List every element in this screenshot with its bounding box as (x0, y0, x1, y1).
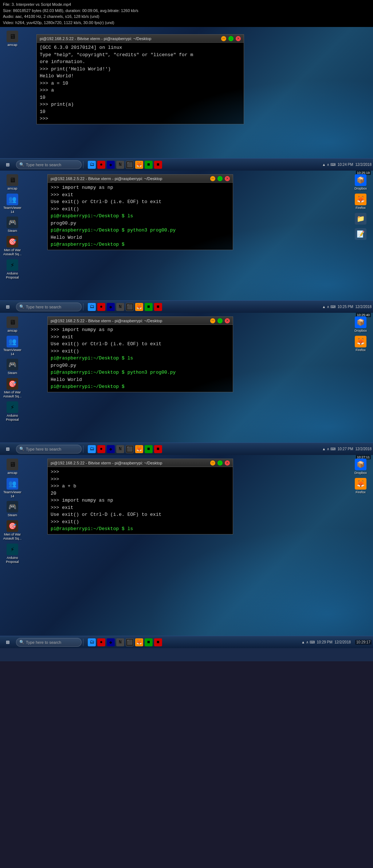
start-button-f5[interactable]: ⊞ (1, 636, 14, 649)
terminal-titlebar-f2: pi@192.168.2.5:22 - Bitvise xterm - pi@r… (48, 175, 233, 183)
search-bar-f5[interactable]: 🔍 Type here to search (16, 638, 82, 647)
minimize-btn-f2[interactable]: ─ (210, 176, 215, 181)
close-btn-f3[interactable]: ✕ (225, 318, 230, 323)
taskbar-app3-f4[interactable]: ◆ (107, 445, 115, 453)
taskbar-app5-f2[interactable]: ⬛ (126, 161, 134, 169)
close-btn-f4[interactable]: ✕ (225, 460, 230, 466)
terminal-buttons-f3: ─ □ ✕ (210, 318, 230, 323)
taskbar-app6-f4[interactable]: 🦊 (135, 445, 143, 453)
icon-teamviewer-f3[interactable]: 👥 TeamViewer 14 (3, 336, 22, 356)
taskbar-app7-f3[interactable]: ■ (145, 303, 153, 311)
minimize-btn-f1[interactable]: ─ (221, 36, 226, 41)
icon-firefox-f3[interactable]: 🦊 Firefox (351, 336, 370, 352)
icon-file2-f2[interactable]: 📝 (351, 228, 370, 241)
icon-teamviewer-f2[interactable]: 👥 TeamViewer 14 (3, 194, 22, 214)
taskbar-app3-f5[interactable]: ◆ (107, 638, 115, 646)
icon-dropbox-f2[interactable]: 📦 Dropbox (351, 174, 370, 191)
icon-file1-f2[interactable]: 📁 (351, 213, 370, 225)
maximize-btn-f4[interactable]: □ (217, 460, 223, 466)
close-btn-f2[interactable]: ✕ (225, 176, 230, 181)
taskbar-app7-f4[interactable]: ■ (145, 445, 153, 453)
frame-1: 🖥 amcap pi@192.168.2.5:22 - Bitvise xter… (0, 27, 373, 158)
taskbar-app8-f4[interactable]: ■ (154, 445, 162, 453)
minimize-btn-f3[interactable]: ─ (210, 318, 215, 323)
terminal-content-f4: >>> >>> >>> a + b 20 >>> import numpy as… (48, 467, 233, 534)
taskbar-app8-f2[interactable]: ■ (154, 161, 162, 169)
icon-firefox-f2[interactable]: 🦊 Firefox (351, 194, 370, 210)
minimize-btn-f4[interactable]: ─ (210, 460, 215, 466)
icon-amcap-f4[interactable]: 🖥 amcap (3, 459, 22, 475)
taskbar-app2-f4[interactable]: ● (97, 445, 105, 453)
desktop-icons-right-f4: 📦 Dropbox 🦊 Firefox (351, 459, 370, 494)
desktop-icons-right-f2: 📦 Dropbox 🦊 Firefox 📁 📝 (351, 174, 370, 241)
file-info-line3: Audio: aac, 44100 Hz, 2 channels, s16, 1… (3, 13, 370, 20)
file-info-line2: Size: 86018527 bytes (82.03 MiB), durati… (3, 8, 370, 14)
close-btn-f1[interactable]: ✕ (236, 36, 241, 41)
taskbar-f5[interactable]: ⊞ 🔍 Type here to search 🗂 ● ◆ N ⬛ 🦊 ■ ■ … (0, 636, 373, 648)
taskbar-app2-f5[interactable]: ● (97, 638, 105, 646)
taskbar-right-f5: ▲ ∧ ⌨ 10:29 PM 12/2/2018 10:29:17 (301, 640, 372, 645)
terminal-frame3[interactable]: pi@192.168.2.5:22 - Bitvise xterm - pi@r… (47, 316, 233, 392)
icon-dropbox-f3[interactable]: 📦 Dropbox (351, 316, 370, 333)
taskbar-app4-f2[interactable]: N (116, 161, 124, 169)
taskbar-ie-f3[interactable]: 🗂 (88, 303, 96, 311)
start-button-f2[interactable]: ⊞ (1, 159, 14, 171)
taskbar-app2-f3[interactable]: ● (97, 303, 105, 311)
icon-amcap-f3[interactable]: 🖥 amcap (3, 316, 22, 333)
search-bar-f4[interactable]: 🔍 Type here to search (16, 445, 82, 454)
taskbar-f3[interactable]: ⊞ 🔍 Type here to search 🗂 ● ◆ N ⬛ 🦊 ■ ■ … (0, 300, 373, 313)
taskbar-sep-f2 (83, 161, 83, 168)
maximize-btn-f2[interactable]: □ (217, 176, 223, 181)
taskbar-icons-f5: 🗂 ● ◆ N ⬛ 🦊 ■ ■ (88, 638, 162, 646)
taskbar-app2-f2[interactable]: ● (97, 161, 105, 169)
icon-steam-f3[interactable]: 🎮 Steam (3, 359, 22, 375)
taskbar-app6-f3[interactable]: 🦊 (135, 303, 143, 311)
taskbar-app5-f4[interactable]: ⬛ (126, 445, 134, 453)
taskbar-app4-f5[interactable]: N (116, 638, 124, 646)
icon-mow-f2[interactable]: 🎯 Men of War Assault Sq... (3, 236, 22, 256)
terminal-titlebar-f1: pi@192.168.2.5:22 - Bitvise xterm - pi@r… (37, 35, 244, 43)
icon-steam-f2[interactable]: 🎮 Steam (3, 217, 22, 233)
taskbar-ie-f2[interactable]: 🗂 (88, 161, 96, 169)
taskbar-right-f2: ▲ ∧ ⌨ 10:24 PM 12/2/2018 (322, 163, 372, 167)
icon-mow-f3[interactable]: 🎯 Men of War Assault Sq... (3, 378, 22, 398)
taskbar-app6-f5[interactable]: 🦊 (135, 638, 143, 646)
icon-teamviewer-f4[interactable]: 👥 TeamViewer 14 (3, 478, 22, 498)
taskbar-app8-f3[interactable]: ■ (154, 303, 162, 311)
terminal-frame4[interactable]: pi@192.168.2.5:22 - Bitvise xterm - pi@r… (47, 459, 233, 534)
desktop-wave-f4 (149, 527, 373, 636)
taskbar-app7-f5[interactable]: ■ (145, 638, 153, 646)
taskbar-app3-f3[interactable]: ◆ (107, 303, 115, 311)
taskbar-app5-f3[interactable]: ⬛ (126, 303, 134, 311)
taskbar-app7-f2[interactable]: ■ (145, 161, 153, 169)
taskbar-app5-f5[interactable]: ⬛ (126, 638, 134, 646)
taskbar-app3-f2[interactable]: ◆ (107, 161, 115, 169)
icon-arduino-f2[interactable]: ⚡ Arduino Proposal (3, 259, 22, 280)
taskbar-ie-f4[interactable]: 🗂 (88, 445, 96, 453)
taskbar-ie-f5[interactable]: 🗂 (88, 638, 96, 646)
maximize-btn-f1[interactable]: □ (228, 36, 233, 41)
taskbar-f2[interactable]: ⊞ 🔍 Type here to search 🗂 ● ◆ N ⬛ 🦊 ■ ■ … (0, 158, 373, 171)
search-bar-f2[interactable]: 🔍 Type here to search (16, 160, 82, 169)
start-button-f4[interactable]: ⊞ (1, 443, 14, 455)
taskbar-app4-f3[interactable]: N (116, 303, 124, 311)
icon-amcap-f2[interactable]: 🖥 amcap (3, 174, 22, 191)
terminal-titlebar-f3: pi@192.168.2.5:22 - Bitvise xterm - pi@r… (48, 317, 233, 325)
search-bar-f3[interactable]: 🔍 Type here to search (16, 303, 82, 311)
icon-mow-f4[interactable]: 🎯 Men of War Assault Sq... (3, 520, 22, 541)
taskbar-f4[interactable]: ⊞ 🔍 Type here to search 🗂 ● ◆ N ⬛ 🦊 ■ ■ … (0, 443, 373, 455)
icon-arduino-f4[interactable]: ⚡ Arduino Proposal (3, 544, 22, 564)
icon-steam-f4[interactable]: 🎮 Steam (3, 501, 22, 517)
terminal-frame1[interactable]: pi@192.168.2.5:22 - Bitvise xterm - pi@r… (36, 34, 244, 124)
file-info-line1: File: 3. Interpreter vs Script Mode.mp4 (3, 1, 370, 8)
maximize-btn-f3[interactable]: □ (217, 318, 223, 323)
terminal-frame2[interactable]: pi@192.168.2.5:22 - Bitvise xterm - pi@r… (47, 174, 233, 250)
taskbar-icons-f3: 🗂 ● ◆ N ⬛ 🦊 ■ ■ (88, 303, 162, 311)
start-button-f3[interactable]: ⊞ (1, 301, 14, 313)
taskbar-app4-f4[interactable]: N (116, 445, 124, 453)
icon-firefox-f4[interactable]: 🦊 Firefox (351, 478, 370, 494)
taskbar-app6-f2[interactable]: 🦊 (135, 161, 143, 169)
icon-arduino-f3[interactable]: ⚡ Arduino Proposal (3, 401, 22, 422)
icon-dropbox-f4[interactable]: 📦 Dropbox (351, 459, 370, 475)
taskbar-app8-f5[interactable]: ■ (154, 638, 162, 646)
